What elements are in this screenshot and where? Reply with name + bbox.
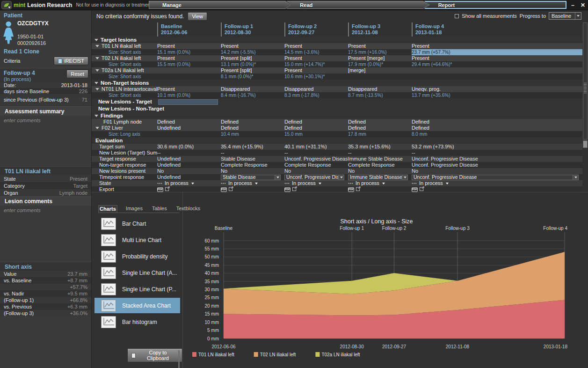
collapse-arrow-icon[interactable] <box>94 82 98 84</box>
cell[interactable]: Defined <box>348 119 412 125</box>
cell[interactable]: 15.5 mm (0.0%) <box>157 61 221 67</box>
cell[interactable]: Undefined <box>157 162 221 168</box>
view-button[interactable]: View <box>188 12 207 21</box>
cell[interactable]: Disappeared <box>284 86 348 92</box>
cell[interactable] <box>157 67 221 74</box>
cell[interactable]: 10.1 mm (0.0%) <box>157 92 221 98</box>
pdf-export-icon[interactable]: PDF <box>221 187 227 192</box>
cell[interactable]: Defined <box>221 119 284 125</box>
collapse-arrow-icon[interactable] <box>95 127 99 129</box>
cell[interactable]: No <box>284 168 348 174</box>
cell[interactable] <box>412 74 582 80</box>
cell[interactable] <box>348 74 412 80</box>
table-scrollbar[interactable] <box>583 22 588 140</box>
cell[interactable]: ⋯In process <box>348 180 412 186</box>
copy-to-clipboard-button[interactable]: Copy to Clipboard <box>127 348 182 362</box>
cell[interactable]: ⋯In process <box>157 180 221 186</box>
cell[interactable]: Uneqv. prog. <box>412 86 582 92</box>
cell[interactable] <box>157 74 221 80</box>
response-dropdown[interactable]: Unconf. Progressive Disea <box>284 175 344 180</box>
column-header-follow-up-2[interactable]: Follow-up 22012-09-27 <box>284 22 348 37</box>
cell[interactable]: 10.4 mm <box>221 131 284 137</box>
cell[interactable]: 14.5 mm (-3.6%) <box>284 49 348 55</box>
cell[interactable]: Present <box>348 43 412 49</box>
cell[interactable]: Immune Stable Disease <box>348 174 412 180</box>
cell[interactable]: Present <box>221 43 284 49</box>
cell[interactable]: -- <box>348 150 412 156</box>
cell[interactable]: Undefined <box>157 125 221 131</box>
table-row-f02-liver[interactable]: F02 LiverUndefinedDefinedDefinedDefinedD… <box>92 125 582 131</box>
collapse-arrow-icon[interactable] <box>94 39 98 41</box>
cell[interactable]: 17.8 mm <box>348 131 412 137</box>
chevron-down-icon[interactable] <box>255 183 258 184</box>
cell[interactable] <box>412 67 582 74</box>
cell[interactable]: 35.4 mm (+15.9%) <box>221 144 284 150</box>
chart-type-bar-chart[interactable]: Bar Chart <box>94 216 180 231</box>
table-row-timepoint-response[interactable]: Timepoint responseUndefinedStable Diseas… <box>92 174 582 180</box>
cell[interactable]: Disappeared <box>348 86 412 92</box>
table-row-state[interactable]: State⋯In process⋯In process⋯In process⋯I… <box>92 180 582 186</box>
chart-type-single-line-chart-a[interactable]: Single Line Chart (A... <box>94 265 180 280</box>
chart-type-multi-line-chart[interactable]: Multi Line Chart <box>94 232 180 248</box>
collapse-arrow-icon[interactable] <box>95 69 99 72</box>
cell[interactable]: -- <box>412 150 582 156</box>
cell[interactable]: Present <box>157 55 221 61</box>
cell[interactable]: Present <box>157 43 221 49</box>
tab-report[interactable]: Report <box>424 1 566 9</box>
table-row-new-lesions-target[interactable]: New Lesions - Target <box>92 98 582 105</box>
collapse-arrow-icon[interactable] <box>95 88 99 90</box>
cell[interactable]: Defined <box>221 125 284 131</box>
cell[interactable]: Defined <box>412 125 582 131</box>
cell[interactable]: 8.4 mm (-16.7%) <box>221 92 284 98</box>
cell[interactable]: -- <box>157 150 221 156</box>
collapse-arrow-icon[interactable] <box>95 57 99 59</box>
cell[interactable]: Complete Response <box>284 162 348 168</box>
cell[interactable]: Unconf. Progressive Disease <box>412 162 582 168</box>
table-row-t02a-ln-iliakal-left[interactable]: T02a LN iliakal leftPresent [split]Prese… <box>92 67 582 74</box>
cell[interactable]: Defined <box>157 119 221 125</box>
cell[interactable]: 35.3 mm (+15.6%) <box>348 144 412 150</box>
cell[interactable]: No <box>221 168 284 174</box>
table-row-new-lesions-non-target[interactable]: New Lesions - Non-Target <box>92 105 582 112</box>
table-row-size-short-axis[interactable]: Size: Short axis15.1 mm (0.0%)14.2 mm (-… <box>92 49 582 55</box>
criteria-button[interactable]: iRECIST <box>54 57 88 65</box>
chevron-down-icon[interactable] <box>191 183 194 184</box>
table-row-new-lesion-target-sum[interactable]: New Lesion (Target) Sum---------- <box>92 150 582 156</box>
cell[interactable]: Unconf. Progressive Disease <box>284 156 348 162</box>
cell[interactable]: Undefined <box>157 174 221 180</box>
cell[interactable]: 8.1 mm (0.0%)* <box>221 74 284 80</box>
cell[interactable]: Present <box>284 43 348 49</box>
cell[interactable]: -- <box>284 150 348 156</box>
chart-type-single-line-chart-p[interactable]: Single Line Chart (P... <box>94 281 180 297</box>
table-scrollbar-thumb[interactable] <box>583 140 588 148</box>
table-row-target-response[interactable]: Target responseUndefinedStable DiseaseUn… <box>92 156 582 162</box>
table-row-f01-lymph-node[interactable]: F01 Lymph nodeDefinedDefinedDefinedDefin… <box>92 119 582 125</box>
cell[interactable]: 17.5 mm (+16.0%) <box>348 49 412 55</box>
cell[interactable]: Present <box>157 86 221 92</box>
app-logo-icon[interactable] <box>1 1 12 9</box>
chart-list-scrollbar[interactable] <box>178 350 180 368</box>
column-header-follow-up-4[interactable]: Follow-up 42013-01-18 <box>412 22 582 37</box>
section-row-findings[interactable]: Findings <box>92 112 582 119</box>
cell[interactable]: 15.1 mm (0.0%) <box>157 49 221 55</box>
collapse-arrow-icon[interactable] <box>95 45 99 47</box>
cell[interactable]: Stable Disease <box>221 174 284 180</box>
cell[interactable]: 15.0 mm (+14.7%)* <box>284 61 348 67</box>
assessment-comments-input[interactable] <box>3 117 87 165</box>
panel-tab-tables[interactable]: Tables <box>151 205 168 213</box>
tab-manage[interactable]: Manage <box>149 1 291 9</box>
section-row-evaluation[interactable]: Evaluation <box>92 137 582 144</box>
cell[interactable]: 29.4 mm (+64.6%)* <box>412 61 582 67</box>
table-row-size-short-axis[interactable]: Size: Short axis10.1 mm (0.0%)8.4 mm (-1… <box>92 92 582 98</box>
cell[interactable]: Defined <box>348 125 412 131</box>
chart-type-stacked-area-chart[interactable]: Stacked Area Chart <box>94 298 180 313</box>
cell[interactable]: Unconf. Progressive Disease <box>412 156 582 162</box>
pdf-export-icon[interactable]: PDF <box>284 187 290 192</box>
cell[interactable]: ⋯In process <box>284 180 348 186</box>
table-row-size-short-axis[interactable]: Size: Short axis8.1 mm (0.0%)*10.6 mm (+… <box>92 74 582 80</box>
cell[interactable]: Present <box>284 55 348 61</box>
cell[interactable]: Present [split] <box>221 67 284 74</box>
cell[interactable]: Defined <box>412 119 582 125</box>
cell[interactable]: 10.6 mm (+30.1%)* <box>284 74 348 80</box>
cell[interactable]: 14.2 mm (-5.5%) <box>221 49 284 55</box>
